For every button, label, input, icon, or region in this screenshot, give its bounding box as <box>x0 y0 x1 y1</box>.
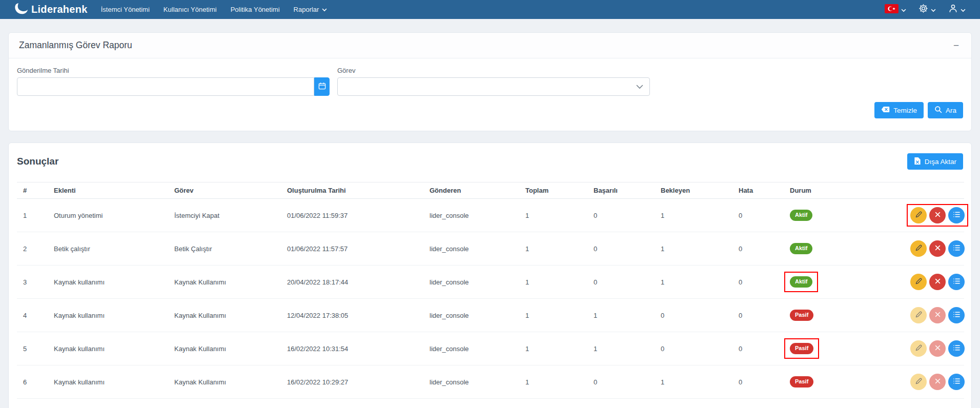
main-menu: İstemci Yönetimi Kullanıcı Yönetimi Poli… <box>101 6 328 13</box>
close-icon <box>934 311 941 319</box>
cell-index: 6 <box>17 365 48 399</box>
chevron-down-icon <box>901 5 906 14</box>
column-header: Oluşturulma Tarihi <box>281 182 423 199</box>
cell-index: 3 <box>17 266 48 299</box>
cell-tarih: 12/04/2022 17:38:05 <box>281 299 423 332</box>
cell-hata: 0 <box>732 232 784 266</box>
cell-toplam: 1 <box>519 299 587 332</box>
page-title: Zamanlanmış Görev Raporu <box>19 40 132 51</box>
table-row: 3 Kaynak kullanımı Kaynak Kullanımı 20/0… <box>17 266 964 299</box>
export-button[interactable]: Dışa Aktar <box>907 153 963 170</box>
cell-gorev: Betik Çalıştır <box>168 232 281 266</box>
table-row: 1 Oturum yönetimi İstemciyi Kapat 01/06/… <box>17 199 964 232</box>
cell-basarili: 1 <box>587 332 655 365</box>
cell-bekleyen: 1 <box>655 232 732 266</box>
chevron-down-icon <box>322 6 327 13</box>
cell-basarili: 0 <box>587 365 655 399</box>
cell-toplam: 1 <box>519 199 587 232</box>
cell-gonderen: lider_console <box>423 299 519 332</box>
user-icon <box>948 4 958 15</box>
cancel-button[interactable] <box>929 207 946 223</box>
pencil-icon <box>915 344 923 353</box>
status-badge: Aktif <box>790 276 812 287</box>
edit-button[interactable] <box>910 207 927 223</box>
task-select[interactable] <box>337 77 650 96</box>
chevron-down-icon <box>961 5 966 14</box>
cell-index: 2 <box>17 232 48 266</box>
menu-item-kullanici-yonetimi[interactable]: Kullanıcı Yönetimi <box>164 6 217 13</box>
cell-eklenti: Kaynak kullanımı <box>48 365 168 399</box>
cell-index: 4 <box>17 299 48 332</box>
close-icon <box>934 278 941 286</box>
brand-name: Liderahenk <box>31 4 88 15</box>
filter-panel-header: Zamanlanmış Görev Raporu − <box>9 33 971 58</box>
column-header-actions <box>904 182 964 199</box>
calendar-button[interactable] <box>314 77 330 96</box>
cell-bekleyen: 0 <box>655 299 732 332</box>
list-icon <box>953 311 961 319</box>
cancel-button[interactable] <box>929 274 946 290</box>
detail-button[interactable] <box>948 374 965 390</box>
navbar-right <box>885 4 966 15</box>
cell-gorev: Kaynak Kullanımı <box>168 332 281 365</box>
brand[interactable]: Liderahenk <box>14 3 88 17</box>
calendar-icon <box>318 82 326 92</box>
status-badge: Pasif <box>790 343 813 354</box>
cell-basarili: 0 <box>587 199 655 232</box>
close-icon <box>934 378 941 386</box>
cell-basarili: 0 <box>587 266 655 299</box>
column-header: Başarılı <box>587 182 655 199</box>
column-header: Bekleyen <box>655 182 732 199</box>
column-header: Görev <box>168 182 281 199</box>
results-title: Sonuçlar <box>17 156 58 167</box>
detail-button[interactable] <box>948 207 965 223</box>
cancel-button-disabled <box>929 374 946 390</box>
status-badge: Aktif <box>790 243 812 254</box>
cell-hata: 0 <box>732 332 784 365</box>
settings-menu[interactable] <box>918 4 936 15</box>
detail-button[interactable] <box>948 274 965 290</box>
cell-hata: 0 <box>732 266 784 299</box>
filter-form: Gönderilme Tarihi Görev <box>9 58 971 131</box>
cell-hata: 0 <box>732 299 784 332</box>
table-row: 6 Kaynak kullanımı Kaynak Kullanımı 16/0… <box>17 365 964 399</box>
edit-button-disabled <box>910 307 927 323</box>
column-header: Hata <box>732 182 784 199</box>
cell-hata: 0 <box>732 365 784 399</box>
list-icon <box>953 244 961 253</box>
search-icon <box>934 106 942 115</box>
menu-item-raporlar[interactable]: Raporlar <box>294 6 328 13</box>
collapse-icon[interactable]: − <box>951 40 961 50</box>
clear-button[interactable]: Temizle <box>874 102 924 118</box>
menu-item-istemci-yonetimi[interactable]: İstemci Yönetimi <box>101 6 150 13</box>
cell-index: 1 <box>17 199 48 232</box>
list-icon <box>953 344 961 353</box>
edit-button[interactable] <box>910 240 927 257</box>
search-button[interactable]: Ara <box>928 102 963 118</box>
language-selector[interactable] <box>885 4 906 15</box>
edit-button[interactable] <box>910 274 927 290</box>
cell-bekleyen: 0 <box>655 332 732 365</box>
account-menu[interactable] <box>948 4 966 15</box>
table-row: 4 Kaynak kullanımı Kaynak Kullanımı 12/0… <box>17 299 964 332</box>
cell-toplam: 1 <box>519 232 587 266</box>
cancel-button[interactable] <box>929 240 946 257</box>
cell-gorev: Kaynak Kullanımı <box>168 299 281 332</box>
menu-item-politika-yonetimi[interactable]: Politika Yönetimi <box>231 6 280 13</box>
task-field-label: Görev <box>337 67 650 74</box>
close-icon <box>934 244 941 253</box>
cell-tarih: 16/02/2022 10:31:54 <box>281 332 423 365</box>
pencil-icon <box>915 377 923 386</box>
status-badge: Pasif <box>790 310 813 320</box>
detail-button[interactable] <box>948 340 965 357</box>
cell-gorev: Kaynak Kullanımı <box>168 266 281 299</box>
detail-button[interactable] <box>948 307 965 323</box>
detail-button[interactable] <box>948 240 965 257</box>
backspace-icon <box>881 106 890 114</box>
date-input[interactable] <box>17 77 314 96</box>
pencil-icon <box>915 244 923 253</box>
column-header: # <box>17 182 48 199</box>
column-header: Toplam <box>519 182 587 199</box>
column-header: Gönderen <box>423 182 519 199</box>
cell-eklenti: Kaynak kullanımı <box>48 299 168 332</box>
